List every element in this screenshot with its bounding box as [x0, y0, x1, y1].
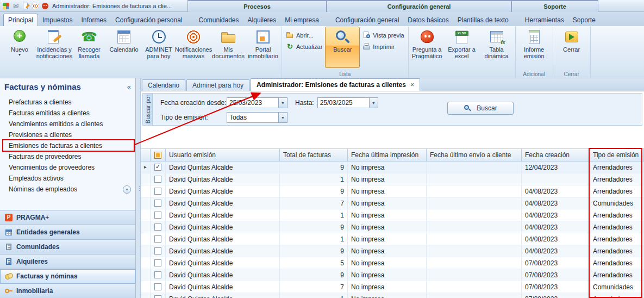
sidebar-item-facturas-de-proveedores[interactable]: Facturas de proveedores	[0, 151, 135, 162]
document-tab-calendario[interactable]: Calendario	[142, 79, 185, 91]
ribbon-button-pregunta-a-pragmatico[interactable]: Pregunta a Pragmático	[410, 27, 445, 68]
scroll-down-button[interactable]: ▾	[123, 185, 131, 194]
row-checkbox[interactable]	[154, 283, 161, 290]
chevron-down-icon[interactable]: ▼	[278, 113, 287, 122]
table-row[interactable]: David Quintas Alcalde1No impresa04/08/20…	[141, 209, 644, 221]
sidebar-item-nominas-de-empleados[interactable]: Nóminas de empleados▾	[0, 184, 135, 195]
table-row[interactable]: David Quintas Alcalde1No impresa07/08/20…	[141, 293, 644, 298]
sidebar-item-vencimientos-de-proveedores[interactable]: Vencimientos de proveedores	[0, 162, 135, 173]
table-row[interactable]: David Quintas Alcalde5No impresa07/08/20…	[141, 257, 644, 269]
row-checkbox[interactable]	[154, 223, 161, 231]
ribbon-tab-comunidades[interactable]: Comunidades	[195, 14, 243, 26]
column-header-total-de-facturas[interactable]: Total de facturas	[280, 149, 348, 161]
ribbon-button-informe-emision[interactable]: Informe emisión	[517, 27, 552, 68]
select-all-header[interactable]	[151, 149, 166, 161]
sidebar-item-empleados-activos[interactable]: Empleados activos	[0, 173, 135, 184]
ribbon-button-recoger-llamada[interactable]: Recoger llamada	[72, 27, 107, 68]
ribbon-button-incidencias-y-notificaciones[interactable]: Incidencias y notificaciones	[37, 27, 72, 68]
ribbon-tab-principal[interactable]: Principal	[3, 14, 38, 26]
collapse-pane-icon[interactable]: «	[127, 83, 131, 91]
ribbon-tab-informes[interactable]: Informes	[77, 14, 111, 26]
ribbon-button-imprimir[interactable]: Imprimir	[362, 42, 404, 51]
ribbon-button-nuevo[interactable]: Nuevo▾	[2, 27, 37, 68]
table-row[interactable]: David Quintas Alcalde9No impresa04/08/20…	[141, 245, 644, 257]
cell-sent	[427, 162, 522, 173]
column-header-fecha-ultimo-envio-a-cliente[interactable]: Fecha último envío a cliente	[427, 149, 522, 161]
row-checkbox[interactable]	[154, 176, 161, 183]
table-row[interactable]: David Quintas Alcalde9No impresa07/08/20…	[141, 269, 644, 281]
ribbon-tab-alquileres[interactable]: Alquileres	[243, 14, 281, 26]
row-checkbox[interactable]	[154, 247, 161, 254]
emission-type-select[interactable]: Todas ▼	[227, 112, 287, 123]
ribbon-tab-plantillas-de-texto[interactable]: Plantillas de texto	[453, 14, 513, 26]
mail-icon[interactable]	[12, 2, 20, 10]
ribbon-tab-mi-empresa[interactable]: Mi empresa	[280, 14, 323, 26]
table-row[interactable]: David Quintas Alcalde7No impresa07/08/20…	[141, 281, 644, 293]
row-checkbox[interactable]	[154, 259, 161, 266]
column-header-fecha-creacion[interactable]: Fecha creación	[522, 149, 590, 161]
ribbon-button-buscar[interactable]: Buscar	[325, 27, 360, 68]
notes-icon[interactable]	[22, 2, 29, 10]
ribbon-button-mis-documentos[interactable]: Mis documentos	[211, 27, 246, 68]
row-checkbox[interactable]	[154, 164, 161, 171]
table-row[interactable]: David Quintas Alcalde9No impresa04/08/20…	[141, 221, 644, 233]
date-from-input[interactable]: 25/03/2023 ▼	[227, 97, 287, 108]
sidebar-item-previsiones-a-clientes[interactable]: Previsiones a clientes	[0, 129, 135, 140]
ribbon-tab-configuracion-general[interactable]: Configuración general	[331, 14, 403, 26]
column-header-usuario-emision[interactable]: Usuario emisión	[166, 149, 280, 161]
table-row[interactable]: David Quintas Alcalde9No impresa04/08/20…	[141, 185, 644, 197]
search-button[interactable]: Buscar	[447, 102, 514, 115]
sidebar-item-facturas-emitidas-a-clientes[interactable]: Facturas emitidas a clientes	[0, 108, 135, 119]
table-row[interactable]: David Quintas Alcalde1No impresa04/08/20…	[141, 233, 644, 245]
sidebar-item-prefacturas-a-clientes[interactable]: Prefacturas a clientes	[0, 97, 135, 108]
row-checkbox[interactable]	[154, 188, 161, 195]
date-to-input[interactable]: 25/03/2025 ▼	[317, 97, 378, 108]
sidebar-item-label: Facturas de proveedores	[9, 153, 81, 160]
table-row[interactable]: ►David Quintas Alcalde9No impresa12/04/2…	[141, 162, 644, 173]
sidebar-section-comunidades[interactable]: Comunidades	[0, 239, 135, 254]
ribbon-button-calendario[interactable]: Calendario	[107, 27, 141, 68]
row-checkbox[interactable]	[154, 235, 161, 243]
row-checkbox[interactable]	[154, 212, 161, 219]
row-checkbox[interactable]	[154, 271, 161, 278]
ribbon-tab-soporte[interactable]: Soporte	[568, 14, 600, 26]
ribbon-button-vista-previa[interactable]: Vista previa	[362, 31, 404, 39]
table-row[interactable]: David Quintas Alcalde7No impresa04/08/20…	[141, 197, 644, 209]
ribbon-button-cerrar[interactable]: Cerrar	[554, 27, 589, 68]
sidebar-section-alquileres[interactable]: Alquileres	[0, 254, 135, 269]
column-header-tipo-de-emision[interactable]: Tipo de emisión	[590, 149, 644, 161]
pane-splitter[interactable]	[136, 78, 141, 298]
row-checkbox[interactable]	[154, 295, 161, 298]
chevron-down-icon[interactable]: ▼	[369, 98, 378, 108]
sidebar-section-inmobiliaria[interactable]: Inmobiliaria	[0, 283, 135, 298]
table-row[interactable]: David Quintas Alcalde1No impresaArrendad…	[141, 173, 644, 185]
app-icon[interactable]	[2, 2, 10, 10]
search-panel-side-tab[interactable]: Buscar por	[143, 94, 153, 125]
sidebar-section-facturas-y-nominas[interactable]: Facturas y nóminas	[0, 269, 135, 283]
document-tab-administrador-emisiones-de-facturas-a-clientes[interactable]: Administrador: Emisiones de facturas a c…	[251, 78, 420, 91]
row-checkbox-cell	[151, 233, 166, 245]
ribbon-button-adminet-para-hoy[interactable]: ADMINET para hoy	[141, 27, 176, 68]
ribbon-tab-herramientas[interactable]: Herramientas	[521, 14, 568, 26]
ribbon-button-portal-inmobiliario[interactable]: Portal inmobiliario	[246, 27, 280, 68]
ribbon-button-notificaciones-masivas[interactable]: Notificaciones masivas	[176, 27, 211, 68]
document-tab-adminet-para-hoy[interactable]: Adminet para hoy	[186, 79, 249, 91]
ribbon-button-actualizar[interactable]: Actualizar	[286, 42, 322, 51]
sidebar-item-emisiones-de-facturas-a-clientes[interactable]: Emisiones de facturas a clientes	[0, 140, 135, 151]
close-tab-icon[interactable]: ×	[410, 81, 414, 89]
ribbon-button-exportar-a-excel[interactable]: Exportar a excel	[445, 27, 479, 68]
ribbon-group-lista: Abrir...ActualizarBuscarVista previaImpr…	[282, 27, 409, 78]
ribbon-tab-impuestos[interactable]: Impuestos	[38, 14, 77, 26]
row-checkbox[interactable]	[154, 200, 161, 207]
ribbon-button-tabla-dinamica[interactable]: Tabla dinámica	[479, 27, 514, 68]
sidebar-section-entidades-generales[interactable]: Entidades generales	[0, 225, 135, 239]
ribbon-tab-configuracion-personal[interactable]: Configuración personal	[111, 14, 186, 26]
sidebar-section-pragma[interactable]: PRAGMA+	[0, 210, 135, 225]
sidebar-item-vencimientos-emitidos-a-clientes[interactable]: Vencimientos emitidos a clientes	[0, 119, 135, 129]
assistant-icon[interactable]	[41, 2, 49, 10]
ribbon-tab-datos-basicos[interactable]: Datos básicos	[403, 14, 453, 26]
broadcast-icon[interactable]	[32, 2, 39, 10]
column-header-fecha-ultima-impresion[interactable]: Fecha última impresión	[348, 149, 427, 161]
chevron-down-icon[interactable]: ▼	[278, 98, 287, 108]
ribbon-button-abrir[interactable]: Abrir...	[286, 31, 322, 39]
